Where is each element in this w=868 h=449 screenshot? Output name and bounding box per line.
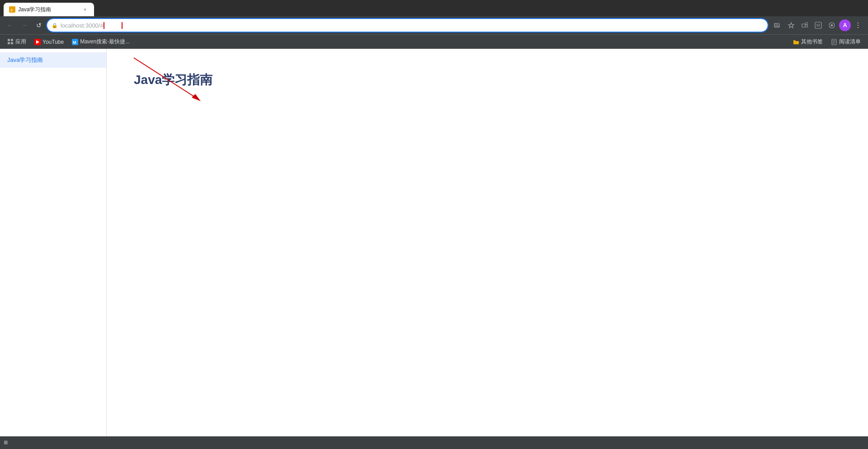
extension1-icon[interactable]	[798, 19, 811, 32]
cast-icon[interactable]	[771, 19, 784, 32]
svg-text:J: J	[10, 8, 12, 12]
page-content: Java学习指南 Java学习指南	[0, 49, 868, 449]
svg-rect-11	[8, 39, 10, 41]
other-bookmarks[interactable]: 其他书签	[789, 36, 826, 47]
menu-icon[interactable]	[852, 19, 864, 32]
svg-point-9	[858, 25, 859, 26]
browser-chrome: J Java学习指南 × ← → ↺ 🔒 localhost:3000/#/Ja…	[0, 0, 868, 49]
sidebar: Java学习指南	[0, 49, 107, 449]
maven-favicon-icon: M	[72, 39, 78, 45]
main-content: Java学习指南	[107, 49, 868, 449]
bookmarks-right: 其他书签 阅读清单	[789, 36, 864, 47]
tab-close-button[interactable]: ×	[81, 6, 89, 13]
address-text: localhost:3000/#/Java/	[61, 22, 763, 29]
apps-label: 应用	[15, 38, 26, 46]
youtube-bookmark[interactable]: YouTube	[31, 37, 67, 47]
svg-point-10	[858, 27, 859, 28]
svg-rect-14	[11, 42, 13, 44]
svg-point-8	[858, 23, 859, 24]
apps-grid-icon	[7, 39, 14, 45]
url-prefix: localhost:3000/#	[61, 22, 104, 29]
sidebar-item-label: Java学习指南	[7, 56, 43, 63]
tab-favicon: J	[9, 6, 15, 13]
maven-bookmark[interactable]: M Maven搜索-最快捷...	[68, 36, 133, 47]
tab-title: Java学习指南	[18, 6, 79, 14]
nav-bar: ← → ↺ 🔒 localhost:3000/#/Java/	[0, 16, 868, 34]
svg-marker-22	[192, 94, 201, 101]
other-bookmarks-label: 其他书签	[801, 38, 823, 46]
youtube-favicon-icon	[34, 39, 41, 45]
active-tab[interactable]: J Java学习指南 ×	[4, 3, 94, 16]
reload-button[interactable]: ↺	[33, 19, 45, 32]
hamburger-menu-icon[interactable]: ≡	[4, 439, 8, 447]
bottom-bar: ≡	[0, 436, 868, 449]
tab-bar: J Java学习指南 ×	[0, 0, 868, 16]
svg-rect-13	[8, 42, 10, 44]
reading-list-label: 阅读清单	[839, 38, 861, 46]
annotation-arrow	[107, 49, 868, 449]
address-bar[interactable]: 🔒 localhost:3000/#/Java/	[47, 19, 768, 32]
bookmarks-bar: 应用 YouTube M Maven搜索-最快捷...	[0, 34, 868, 49]
svg-text:M: M	[816, 23, 820, 28]
lock-icon: 🔒	[52, 23, 58, 28]
url-path-selected: /Java/	[104, 22, 123, 29]
youtube-label: YouTube	[42, 39, 64, 45]
back-button[interactable]: ←	[4, 19, 16, 32]
extension3-icon[interactable]	[826, 19, 838, 32]
svg-rect-3	[802, 24, 805, 27]
reading-list-icon	[831, 39, 837, 45]
maven-label: Maven搜索-最快捷...	[80, 38, 130, 46]
reading-list[interactable]: 阅读清单	[827, 36, 864, 47]
page-heading: Java学习指南	[134, 71, 841, 89]
apps-bookmark[interactable]: 应用	[4, 36, 30, 47]
nav-right-icons: M A	[771, 19, 864, 32]
svg-point-4	[806, 23, 808, 25]
bookmark-star-icon[interactable]	[785, 19, 797, 32]
svg-rect-12	[11, 39, 13, 41]
profile-button[interactable]: A	[839, 19, 851, 31]
extension2-icon[interactable]: M	[812, 19, 825, 32]
sidebar-item-java-guide[interactable]: Java学习指南	[0, 52, 106, 68]
forward-button[interactable]: →	[18, 19, 31, 32]
folder-icon	[793, 39, 799, 45]
svg-text:M: M	[73, 40, 76, 45]
